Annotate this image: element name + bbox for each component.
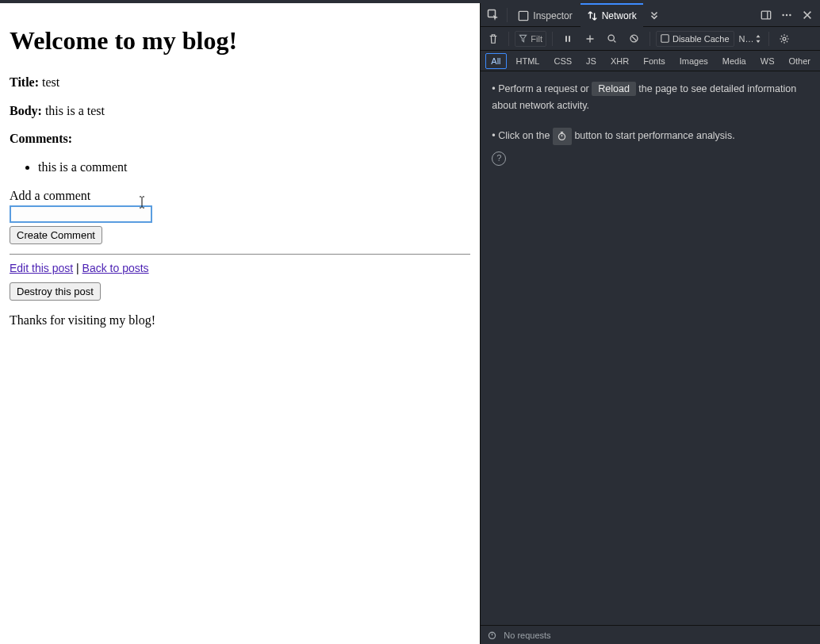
block-icon[interactable] [625, 29, 644, 48]
body-value: this is a test [45, 104, 105, 117]
search-icon[interactable] [603, 29, 622, 48]
stopwatch-icon [557, 131, 567, 141]
hint-text: • Perform a request or [492, 83, 592, 94]
filter-js[interactable]: JS [581, 53, 601, 69]
comments-list: this is a comment [10, 159, 470, 176]
separator: | [73, 262, 82, 274]
filter-xhr[interactable]: XHR [606, 53, 634, 69]
filter-images[interactable]: Images [675, 53, 713, 69]
list-item: this is a comment [38, 159, 470, 176]
help-icon[interactable]: ? [492, 151, 506, 166]
tabs-overflow-icon[interactable] [645, 6, 664, 25]
filter-fonts[interactable]: Fonts [638, 53, 670, 69]
filter-input[interactable]: Filt [515, 31, 546, 47]
filter-all[interactable]: All [485, 53, 506, 69]
comment-input[interactable] [10, 205, 152, 223]
devtools-tabbar: Inspector Network [481, 3, 820, 27]
svg-rect-2 [761, 11, 770, 19]
filter-css[interactable]: CSS [549, 53, 577, 69]
updown-icon [755, 35, 761, 43]
svg-point-5 [786, 13, 787, 15]
separator [552, 32, 553, 46]
post-title-row: Title: test [10, 74, 470, 91]
separator [768, 32, 769, 46]
pause-icon[interactable] [558, 29, 577, 48]
hint-text: • Click on the [492, 130, 553, 141]
svg-rect-1 [519, 11, 528, 20]
body-label: Body: [10, 104, 42, 117]
hint-text: button to start performance analysis. [574, 130, 734, 141]
network-icon [587, 10, 598, 21]
filter-other[interactable]: Other [784, 53, 815, 69]
funnel-icon [519, 34, 527, 43]
pick-element-icon[interactable] [484, 6, 503, 25]
blog-page: Welcome to my blog! Title: test Body: th… [0, 3, 480, 644]
comments-heading: Comments: [10, 130, 470, 148]
post-actions-row: Edit this post | Back to posts [10, 261, 470, 276]
separator [649, 32, 650, 46]
svg-rect-8 [569, 36, 570, 42]
network-type-filter: All HTML CSS JS XHR Fonts Images Media W… [481, 51, 820, 71]
network-empty-state: • Perform a request or Reload the page t… [481, 71, 820, 625]
create-comment-button[interactable]: Create Comment [10, 226, 102, 244]
reload-button[interactable]: Reload [592, 82, 636, 96]
separator [508, 32, 509, 46]
edit-post-link[interactable]: Edit this post [10, 262, 73, 274]
kebab-menu-icon[interactable] [777, 6, 796, 25]
separator [507, 8, 508, 22]
tab-inspector[interactable]: Inspector [512, 3, 578, 27]
title-label: Title: [10, 75, 39, 89]
footer-text: Thanks for visiting my blog! [10, 312, 470, 329]
divider [10, 254, 470, 255]
filter-ws[interactable]: WS [756, 53, 780, 69]
add-comment-form: Add a comment Create Comment [10, 187, 470, 245]
devtools-panel: Inspector Network [480, 3, 820, 644]
checkbox-icon [661, 34, 669, 43]
add-comment-label: Add a comment [10, 187, 470, 205]
start-performance-button[interactable] [553, 128, 572, 145]
network-status-bar: No requests [481, 625, 820, 644]
close-devtools-icon[interactable] [798, 6, 817, 25]
svg-point-6 [789, 13, 791, 15]
svg-rect-11 [661, 35, 669, 42]
filter-html[interactable]: HTML [512, 53, 545, 69]
disable-cache-checkbox[interactable]: Disable Cache [656, 31, 734, 47]
post-body-row: Body: this is a test [10, 102, 470, 120]
tab-network[interactable]: Network [581, 3, 643, 27]
filter-media[interactable]: Media [718, 53, 751, 69]
gear-icon[interactable] [775, 29, 794, 48]
trash-icon[interactable] [484, 29, 503, 48]
network-toolbar: Filt Disable Cache N… [481, 27, 820, 51]
destroy-post-button[interactable]: Destroy this post [10, 282, 101, 301]
back-to-posts-link[interactable]: Back to posts [82, 262, 149, 274]
page-title: Welcome to my blog! [10, 24, 470, 58]
add-icon[interactable] [581, 29, 600, 48]
svg-rect-7 [565, 36, 567, 42]
title-value: test [42, 75, 59, 89]
svg-point-4 [782, 13, 784, 15]
stopwatch-icon [487, 630, 497, 640]
dock-side-icon[interactable] [757, 6, 776, 25]
status-text: No requests [504, 631, 550, 640]
svg-point-12 [784, 37, 787, 40]
svg-point-9 [609, 35, 615, 40]
inspector-icon [518, 10, 529, 21]
throttling-select[interactable]: N… [738, 34, 764, 44]
